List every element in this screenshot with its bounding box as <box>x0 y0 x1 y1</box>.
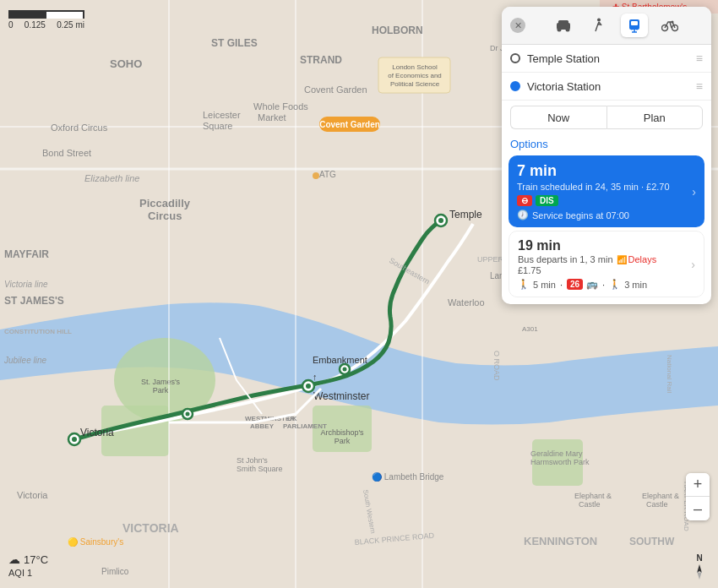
origin-label: Temple Station <box>527 52 689 65</box>
svg-text:Jubilee line: Jubilee line <box>3 356 46 365</box>
svg-text:UPPER: UPPER <box>477 255 504 264</box>
now-button[interactable]: Now <box>510 106 606 129</box>
zoom-in-button[interactable]: + <box>686 473 710 497</box>
svg-text:Oxford Circus: Oxford Circus <box>51 122 108 133</box>
svg-text:🟡 Sainsbury's: 🟡 Sainsbury's <box>68 536 123 547</box>
tab-transit[interactable] <box>621 14 648 37</box>
svg-point-21 <box>343 368 347 372</box>
svg-text:O ROAD: O ROAD <box>492 351 501 381</box>
svg-text:Harmsworth Park: Harmsworth Park <box>530 458 590 466</box>
svg-text:A301: A301 <box>522 325 538 333</box>
svg-point-17 <box>186 412 190 416</box>
svg-text:Political Science: Political Science <box>390 80 440 88</box>
svg-text:Victoria: Victoria <box>80 427 114 438</box>
svg-text:SOHO: SOHO <box>110 57 142 70</box>
svg-text:Piccadilly: Piccadilly <box>139 197 191 210</box>
svg-text:Park: Park <box>153 386 169 395</box>
delays-badge: 📶 Delays <box>617 254 657 264</box>
destination-dot <box>510 81 520 91</box>
svg-text:ST JAMES'S: ST JAMES'S <box>4 295 64 307</box>
tab-bike[interactable] <box>656 14 683 37</box>
svg-text:Victoria: Victoria <box>17 490 48 500</box>
svg-point-103 <box>636 28 639 30</box>
svg-rect-92 <box>558 20 568 25</box>
wifi-icon: 📶 <box>617 255 627 264</box>
svg-text:Embankment: Embankment <box>313 355 367 365</box>
temperature-label: 17°C <box>24 553 48 566</box>
svg-text:Circus: Circus <box>148 210 182 222</box>
compass-arrow <box>693 564 706 580</box>
svg-text:London School: London School <box>392 63 438 71</box>
svg-rect-101 <box>631 21 638 25</box>
svg-text:Leicester: Leicester <box>203 110 241 120</box>
transport-tabs <box>530 14 703 37</box>
svg-text:Castle: Castle <box>579 500 601 509</box>
zoom-out-button[interactable]: – <box>686 497 710 520</box>
reorder-icon-origin: ≡ <box>696 52 703 65</box>
svg-text:PARLIAMENT: PARLIAMENT <box>283 422 327 430</box>
options-label: Options <box>502 134 711 152</box>
svg-text:↑: ↑ <box>313 372 318 382</box>
route1-tag-dis: DIS <box>536 195 558 206</box>
destination-label: Victoria Station <box>527 80 689 93</box>
svg-point-52 <box>313 172 319 179</box>
origin-row[interactable]: Temple Station ≡ <box>502 45 711 73</box>
svg-text:Covent Garden: Covent Garden <box>304 84 367 95</box>
svg-text:Archbishop's: Archbishop's <box>320 428 364 437</box>
svg-text:Elephant &: Elephant & <box>642 492 679 500</box>
zoom-controls[interactable]: + – <box>686 473 710 520</box>
svg-text:Smith Square: Smith Square <box>237 465 283 473</box>
svg-text:Elephant &: Elephant & <box>574 492 612 500</box>
walk-icon-2: 🚶 <box>609 279 621 290</box>
panel-header: ✕ <box>502 7 711 45</box>
route2-steps: 🚶 5 min · 26 🚌 · 🚶 3 min <box>518 279 695 290</box>
route1-chevron: › <box>692 185 696 199</box>
svg-text:MAYFAIR: MAYFAIR <box>4 248 49 260</box>
svg-text:HOLBORN: HOLBORN <box>372 24 423 36</box>
svg-text:Geraldine Mary: Geraldine Mary <box>530 449 583 458</box>
svg-text:🔵 Lambeth Bridge: 🔵 Lambeth Bridge <box>372 471 444 482</box>
route1-tag-circle: ⊖ <box>517 195 532 206</box>
route1-detail: Train scheduled in 24, 35 min · £2.70 <box>517 182 670 192</box>
svg-text:Waterloo: Waterloo <box>448 297 485 308</box>
svg-text:of Economics and: of Economics and <box>388 72 442 79</box>
svg-point-102 <box>631 28 634 30</box>
compass: N <box>693 553 706 580</box>
svg-point-94 <box>566 28 570 32</box>
svg-text:STRAND: STRAND <box>300 54 342 66</box>
weather-info: ☁ 17°C AQI 1 <box>8 553 48 578</box>
origin-dot <box>510 53 520 63</box>
route1-service-note: 🕖 Service begins at 07:00 <box>517 210 670 220</box>
route-option-1[interactable]: 7 min Train scheduled in 24, 35 min · £2… <box>509 155 704 227</box>
tab-walk[interactable] <box>585 14 612 37</box>
svg-line-97 <box>596 26 597 31</box>
compass-north-label: N <box>696 553 702 563</box>
svg-text:Market: Market <box>258 112 286 122</box>
route2-chevron: › <box>691 258 695 271</box>
svg-text:VICTORIA: VICTORIA <box>122 521 179 535</box>
bus-number: 26 <box>567 279 583 290</box>
svg-text:Pimlico: Pimlico <box>101 567 129 576</box>
svg-text:National Rail: National Rail <box>666 355 673 394</box>
svg-marker-89 <box>697 564 702 573</box>
svg-text:ST GILES: ST GILES <box>211 37 258 49</box>
svg-text:KENNINGTON: KENNINGTON <box>524 535 597 547</box>
aqi-label: AQI 1 <box>8 568 48 578</box>
route-option-2[interactable]: 19 min Bus departs in 1, 3 min 📶 Delays … <box>509 231 704 297</box>
close-button[interactable]: ✕ <box>510 18 525 33</box>
reorder-icon-dest: ≡ <box>696 79 703 93</box>
svg-point-108 <box>672 21 674 24</box>
svg-marker-90 <box>697 571 702 580</box>
svg-text:Square: Square <box>203 121 232 131</box>
directions-panel: ✕ Temple Station ≡ Vict <box>502 7 711 304</box>
svg-text:Whole Foods: Whole Foods <box>253 101 308 112</box>
plan-button[interactable]: Plan <box>606 106 704 129</box>
destination-row[interactable]: Victoria Station ≡ <box>502 73 711 101</box>
scale-bar: 0 0.125 0.25 mi <box>8 10 84 30</box>
svg-text:CONSTITUTION HILL: CONSTITUTION HILL <box>4 328 72 335</box>
svg-text:Elizabeth line: Elizabeth line <box>84 173 139 183</box>
tab-car[interactable] <box>550 14 577 37</box>
route2-price: £1.75 <box>518 265 695 275</box>
svg-point-19 <box>306 384 311 389</box>
svg-point-93 <box>558 28 562 32</box>
